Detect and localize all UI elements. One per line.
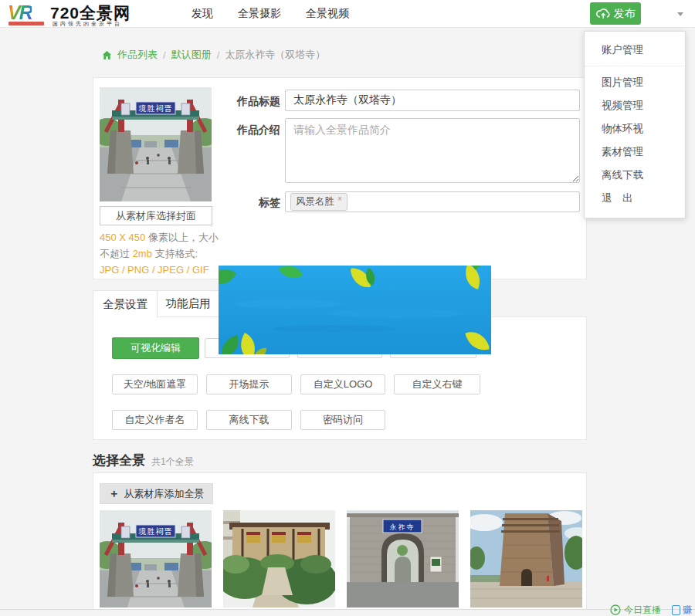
gate-graphic [347,510,459,608]
menu-item-account[interactable]: 账户管理 [585,36,685,64]
tag-label: 标签 [226,196,280,210]
breadcrumb-current: 太原永祚寺（双塔寺） [225,48,325,62]
earn-icon [672,605,680,615]
pano-thumbnail-gate[interactable] [347,510,459,608]
main-nav: 发现 全景摄影 全景视频 [192,0,349,28]
menu-item-materials[interactable]: 素材管理 [585,140,685,164]
archway-graphic [100,510,212,608]
user-avatar[interactable] [650,0,695,27]
pano-thumbnail-courtyard[interactable] [223,510,335,608]
earn-label: 赚 [683,604,692,616]
floating-widgets: 今日直播 赚 [610,604,692,616]
cover-image-graphic [100,87,212,201]
cover-hint-mid2: 支持格式: [152,248,198,259]
sky-ground-mask-button[interactable]: 天空/地面遮罩 [112,374,198,394]
pano-count: 共1个全景 [151,455,194,469]
chevron-down-icon[interactable] [677,12,683,16]
courtyard-graphic [223,510,335,608]
custom-author-button[interactable]: 自定义作者名 [112,410,198,430]
promo-banner-graphic [219,266,491,354]
add-pano-button[interactable]: ＋ 从素材库添加全景 [100,483,213,504]
cover-hint-formats: JPG / PNG / JPEG / GIF [100,264,209,276]
earn-widget[interactable]: 赚 [672,604,692,616]
breadcrumb-separator: / [217,49,220,61]
top-navbar: VR 720全景网 国内领先的全景平台 发现 全景摄影 全景视频 发布 [0,0,695,28]
breadcrumb: 作品列表 / 默认图册 / 太原永祚寺（双塔寺） [102,48,325,62]
custom-logo-button[interactable]: 自定义LOGO [300,374,385,394]
pano-picker-card: ＋ 从素材库添加全景 [93,472,587,610]
tab-pano-settings[interactable]: 全景设置 [93,290,158,318]
title-label: 作品标题 [226,95,280,109]
cover-hint-size: 450 X 450 [100,232,145,243]
nav-item-video[interactable]: 全景视频 [306,7,349,21]
page: 境胜祠晋 [0,0,695,616]
cover-hint-text: 450 X 450 像素以上，大小不超过 2mb 支持格式: JPG / PNG… [100,229,219,278]
promo-banner[interactable] [219,266,491,354]
tag-pill: 风景名胜 × [290,193,348,211]
breadcrumb-separator: / [163,49,166,61]
publish-label: 发布 [614,7,636,21]
pano-thumbnail-pagoda[interactable] [470,510,582,608]
cover-hint-limit: 2mb [133,248,152,259]
menu-divider [585,66,685,66]
pano-section-header: 选择全景 共1个全景 [93,452,194,469]
description-label: 作品介绍 [226,124,280,137]
breadcrumb-works-list[interactable]: 作品列表 [117,48,158,62]
menu-item-images[interactable]: 图片管理 [585,71,685,94]
pano-section-title: 选择全景 [93,452,145,469]
footer-bar [0,609,695,616]
menu-item-videos[interactable]: 视频管理 [585,94,685,117]
logo-red-subtext [8,22,44,25]
menu-item-logout[interactable]: 退 出 [585,187,685,210]
work-form-card: 从素材库选择封面 450 X 450 像素以上，大小不超过 2mb 支持格式: … [93,77,587,279]
opening-tip-button[interactable]: 开场提示 [206,374,292,394]
plus-icon: ＋ [109,487,120,501]
publish-button[interactable]: 发布 [590,2,641,25]
cloud-upload-icon [596,8,610,19]
tag-remove-icon[interactable]: × [337,195,342,203]
tag-input[interactable]: 风景名胜 × [285,191,580,212]
menu-item-offline[interactable]: 离线下载 [585,164,685,187]
play-circle-icon [610,604,621,615]
password-access-button[interactable]: 密码访问 [300,410,385,430]
add-pano-label: 从素材库添加全景 [124,487,205,501]
nav-item-discover[interactable]: 发现 [192,7,213,21]
visual-edit-button[interactable]: 可视化编辑 [112,337,199,359]
logo-tagline: 国内领先的全景平台 [53,20,122,28]
live-label: 今日直播 [624,604,661,616]
title-input[interactable] [285,90,580,111]
live-widget[interactable]: 今日直播 [610,604,661,616]
user-dropdown-menu: 账户管理 图片管理 视频管理 物体环视 素材管理 离线下载 退 出 [584,31,686,218]
choose-cover-button[interactable]: 从素材库选择封面 [100,206,212,225]
tab-feature-enable[interactable]: 功能启用 [158,290,219,317]
tag-pill-label: 风景名胜 [296,195,334,208]
breadcrumb-default-album[interactable]: 默认图册 [171,48,212,62]
nav-item-photography[interactable]: 全景摄影 [238,7,281,21]
offline-download-button[interactable]: 离线下载 [206,410,292,430]
custom-rightclick-button[interactable]: 自定义右键 [394,374,480,394]
pano-thumbnail-archway[interactable] [100,510,212,608]
description-textarea[interactable] [285,118,580,183]
pagoda-graphic [470,510,582,608]
vr-logo-mark: VR [8,2,32,24]
home-icon [102,50,112,60]
cover-image[interactable] [100,87,212,201]
menu-item-object-view[interactable]: 物体环视 [585,117,685,140]
